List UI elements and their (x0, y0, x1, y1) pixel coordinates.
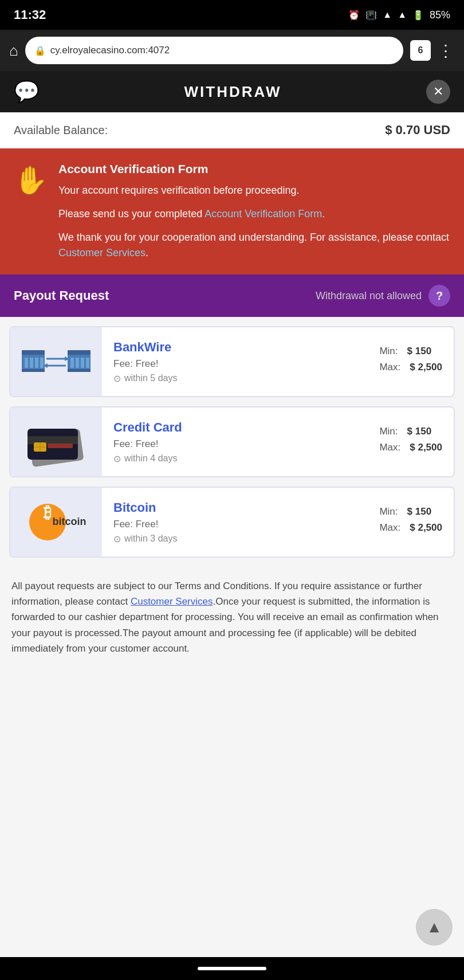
bitcoin-min-value: $ 150 (407, 506, 432, 518)
bitcoin-fee: Fee: Free! (113, 519, 356, 530)
creditcard-name: Credit Card (113, 420, 356, 435)
verification-content: Account Verification Form Your account r… (58, 162, 450, 261)
bankwire-min-label: Min: (379, 346, 398, 357)
home-icon[interactable]: ⌂ (9, 42, 18, 60)
svg-rect-13 (68, 369, 91, 372)
bitcoin-limits: Min: $ 150 Max: $ 2,500 (368, 497, 454, 547)
wifi-icon: ▲ (383, 10, 392, 20)
svg-rect-9 (70, 358, 74, 368)
svg-rect-5 (40, 358, 44, 368)
payment-card-bankwire[interactable]: BankWire Fee: Free! ⊙ within 5 days Min:… (9, 326, 455, 397)
vibrate-icon: 📳 (365, 10, 377, 21)
bitcoin-time: ⊙ within 3 days (113, 534, 356, 544)
payout-label: Payout Request (14, 288, 109, 303)
home-indicator (198, 967, 266, 970)
bitcoin-min-row: Min: $ 150 (379, 506, 442, 518)
payout-help-button[interactable]: ? (428, 285, 450, 307)
verification-text-3: We thank you for your cooperation and un… (58, 230, 450, 261)
page-title: WITHDRAW (184, 83, 282, 101)
verification-text-1: Your account requires verification befor… (58, 183, 450, 198)
svg-rect-1 (22, 350, 45, 355)
creditcard-min-label: Min: (379, 426, 398, 437)
signal-icon: ▲ (398, 10, 407, 20)
bitcoin-min-label: Min: (379, 506, 398, 518)
bankwire-max-row: Max: $ 2,500 (379, 362, 442, 373)
status-icons: ⏰ 📳 ▲ ▲ 🔋 85% (348, 9, 450, 21)
bitcoin-image: ₿ bitcoin (10, 488, 102, 556)
creditcard-image (10, 407, 102, 476)
status-bar: 11:32 ⏰ 📳 ▲ ▲ 🔋 85% (0, 0, 464, 30)
svg-rect-24 (48, 444, 73, 448)
alarm-icon: ⏰ (348, 10, 360, 21)
svg-rect-2 (25, 358, 28, 368)
payment-card-bitcoin[interactable]: ₿ bitcoin Bitcoin Fee: Free! ⊙ within 3 … (9, 487, 455, 558)
status-time: 11:32 (14, 7, 46, 22)
payout-status: Withdrawal not allowed ? (316, 285, 450, 307)
bitcoin-max-value: $ 2,500 (410, 522, 442, 534)
svg-rect-10 (76, 358, 79, 368)
svg-rect-4 (35, 358, 38, 368)
url-text: cy.elroyalecasino.com:4072 (50, 45, 170, 56)
customer-services-link-2[interactable]: Customer Services (131, 596, 213, 607)
verification-text-2: Please send us your completed Account Ve… (58, 206, 450, 222)
lock-icon: 🔒 (34, 45, 46, 56)
bitcoin-max-row: Max: $ 2,500 (379, 522, 442, 534)
payout-status-text: Withdrawal not allowed (316, 290, 422, 302)
creditcard-max-label: Max: (379, 442, 400, 453)
creditcard-max-row: Max: $ 2,500 (379, 442, 442, 453)
battery-text: 85% (430, 9, 450, 21)
svg-text:₿: ₿ (44, 504, 52, 522)
creditcard-info: Credit Card Fee: Free! ⊙ within 4 days (102, 411, 368, 473)
bankwire-max-value: $ 2,500 (410, 362, 442, 373)
footer-text: All payout requests are subject to our T… (0, 567, 464, 702)
verification-banner: ✋ Account Verification Form Your account… (0, 148, 464, 275)
clock-icon-2: ⊙ (113, 453, 121, 464)
bankwire-fee: Fee: Free! (113, 358, 356, 370)
creditcard-time: ⊙ within 4 days (113, 453, 356, 464)
creditcard-limits: Min: $ 150 Max: $ 2,500 (368, 417, 454, 467)
bitcoin-info: Bitcoin Fee: Free! ⊙ within 3 days (102, 491, 368, 554)
bottom-nav-bar (0, 957, 464, 980)
bankwire-limits: Min: $ 150 Max: $ 2,500 (368, 336, 454, 387)
svg-text:bitcoin: bitcoin (53, 516, 86, 527)
bitcoin-max-label: Max: (379, 522, 400, 534)
clock-icon: ⊙ (113, 373, 121, 384)
tabs-button[interactable]: 6 (410, 40, 431, 61)
balance-label: Available Balance: (14, 124, 108, 137)
hand-stop-icon: ✋ (14, 164, 48, 261)
bankwire-time: ⊙ within 5 days (113, 373, 356, 384)
svg-rect-12 (86, 358, 89, 368)
payment-card-creditcard[interactable]: Credit Card Fee: Free! ⊙ within 4 days M… (9, 406, 455, 477)
battery-icon: 🔋 (412, 10, 424, 21)
svg-rect-3 (30, 358, 33, 368)
bankwire-max-label: Max: (379, 362, 400, 373)
bitcoin-name: Bitcoin (113, 500, 356, 515)
verification-title: Account Verification Form (58, 162, 450, 176)
bankwire-image (10, 327, 102, 396)
clock-icon-3: ⊙ (113, 534, 121, 544)
creditcard-min-value: $ 150 (407, 426, 432, 437)
payout-bar: Payout Request Withdrawal not allowed ? (0, 275, 464, 317)
scroll-top-button[interactable]: ▲ (416, 909, 453, 946)
balance-section: Available Balance: $ 0.70 USD (0, 112, 464, 148)
close-button[interactable]: ✕ (426, 80, 450, 104)
creditcard-min-row: Min: $ 150 (379, 426, 442, 437)
svg-rect-6 (22, 369, 45, 372)
bankwire-info: BankWire Fee: Free! ⊙ within 5 days (102, 331, 368, 393)
url-bar[interactable]: 🔒 cy.elroyalecasino.com:4072 (25, 37, 403, 64)
balance-value: $ 0.70 USD (385, 123, 450, 138)
bankwire-min-row: Min: $ 150 (379, 346, 442, 357)
verification-form-link[interactable]: Account Verification Form (205, 208, 322, 219)
svg-rect-8 (68, 350, 91, 355)
creditcard-fee: Fee: Free! (113, 438, 356, 450)
browser-bar: ⌂ 🔒 cy.elroyalecasino.com:4072 6 ⋮ (0, 30, 464, 71)
wechat-icon: 💬 (14, 80, 40, 104)
app-header: 💬 WITHDRAW ✕ (0, 71, 464, 112)
payment-methods: BankWire Fee: Free! ⊙ within 5 days Min:… (0, 317, 464, 567)
customer-services-link-1[interactable]: Customer Services (58, 247, 146, 258)
menu-icon[interactable]: ⋮ (438, 41, 455, 60)
bankwire-name: BankWire (113, 340, 356, 355)
svg-rect-11 (81, 358, 84, 368)
creditcard-max-value: $ 2,500 (410, 442, 442, 453)
bankwire-min-value: $ 150 (407, 346, 432, 357)
